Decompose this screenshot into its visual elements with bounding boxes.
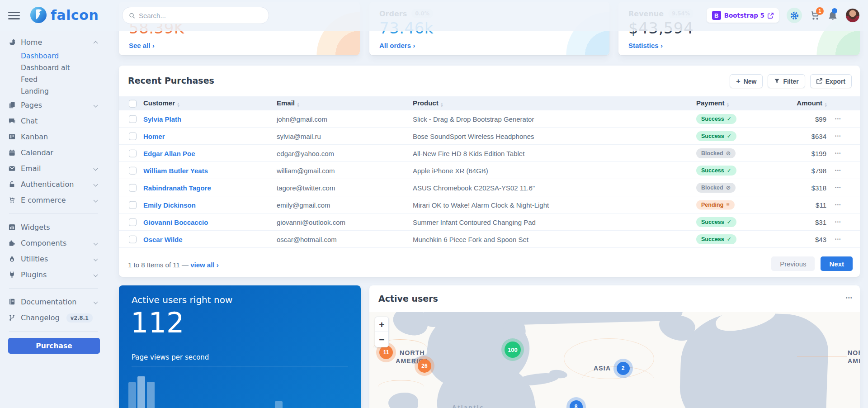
customer-link[interactable]: Emily Dickinson — [143, 201, 196, 209]
table-row: Giovanni Boccaccio giovanni@outlook.com … — [119, 213, 860, 231]
zoom-out-button[interactable]: − — [375, 332, 388, 347]
row-actions-menu[interactable]: ••• — [835, 220, 841, 224]
row-checkbox[interactable] — [129, 133, 137, 140]
zoom-in-button[interactable]: + — [375, 317, 388, 332]
column-header-amount[interactable]: Amount▴▾ — [797, 99, 826, 108]
sort-icon[interactable]: ▴▾ — [441, 102, 443, 108]
notifications-bell-icon[interactable] — [828, 10, 838, 20]
sidebar-item-calendar[interactable]: Calendar — [8, 145, 99, 161]
row-actions-menu[interactable]: ••• — [835, 151, 841, 156]
view-all-link[interactable]: view all › — [190, 261, 219, 269]
map-ocean-shape — [388, 393, 418, 408]
row-checkbox[interactable] — [129, 150, 137, 157]
card-menu-dots[interactable]: ••• — [846, 295, 853, 300]
map-marker[interactable]: 100 — [505, 342, 521, 358]
row-checkbox[interactable] — [129, 236, 137, 243]
sidebar-item-utilities[interactable]: Utilities — [8, 251, 99, 267]
sidebar-item-landing[interactable]: Landing — [8, 85, 99, 97]
email-cell: sylvia@mail.ru — [277, 132, 321, 140]
previous-button[interactable]: Previous — [771, 256, 815, 271]
search-icon — [129, 12, 135, 19]
all-orders-link[interactable]: All orders › — [379, 42, 415, 49]
customer-link[interactable]: Rabindranath Tagore — [143, 184, 211, 191]
filter-button[interactable]: Filter — [768, 74, 805, 88]
sidebar-toggle-icon[interactable] — [8, 12, 20, 19]
sidebar-item-ecommerce[interactable]: E commerce — [8, 192, 99, 208]
pageview-bar — [128, 382, 136, 408]
row-checkbox[interactable] — [129, 218, 137, 226]
new-button[interactable]: + New — [730, 74, 763, 88]
sidebar-item-documentation[interactable]: Documentation — [8, 294, 99, 310]
sidebar-item-widgets[interactable]: Widgets — [8, 219, 99, 235]
status-icon: ✓ — [727, 218, 731, 225]
map-marker[interactable]: 11 — [379, 346, 393, 359]
chevron-down-icon — [94, 300, 98, 304]
sort-icon[interactable]: ▴▾ — [727, 102, 729, 108]
sidebar-item-label: Pages — [21, 101, 89, 109]
column-header-payment[interactable]: Payment▴▾ — [696, 99, 729, 108]
version-badge: v2.8.1 — [66, 313, 93, 323]
sidebar-item-changelog[interactable]: Changelog v2.8.1 — [8, 310, 99, 326]
sidebar-item-plugins[interactable]: Plugins — [8, 267, 99, 283]
sidebar-item-kanban[interactable]: Kanban — [8, 129, 99, 145]
map-marker[interactable]: 8 — [570, 400, 583, 408]
customer-link[interactable]: Edgar Allan Poe — [143, 149, 195, 157]
row-actions-menu[interactable]: ••• — [835, 117, 841, 121]
sort-icon[interactable]: ▴▾ — [177, 102, 179, 108]
sort-icon[interactable]: ▴▾ — [825, 102, 826, 108]
sidebar-item-dashboard-alt[interactable]: Dashboard alt — [8, 62, 99, 74]
sidebar-item-dashboard[interactable]: Dashboard — [8, 50, 99, 62]
amount-cell: $99 — [815, 115, 826, 123]
product-cell: Slick - Drag & Drop Bootstrap Generator — [413, 115, 534, 123]
customer-link[interactable]: William Butler Yeats — [143, 166, 208, 174]
map-ocean-shape — [391, 312, 430, 338]
search-input[interactable] — [139, 12, 262, 19]
pageview-bar — [147, 382, 155, 408]
sidebar-item-pages[interactable]: Pages — [8, 97, 99, 113]
sidebar-item-feed[interactable]: Feed — [8, 74, 99, 85]
sort-icon[interactable]: ▴▾ — [297, 102, 299, 108]
sidebar-item-authentication[interactable]: Authentication — [8, 176, 99, 192]
map-zoom-control: + − — [375, 317, 389, 347]
select-all-checkbox[interactable] — [129, 100, 137, 108]
customer-link[interactable]: Giovanni Boccaccio — [143, 218, 208, 226]
next-button[interactable]: Next — [821, 256, 853, 271]
sidebar-item-components[interactable]: Components — [8, 235, 99, 251]
customer-link[interactable]: Homer — [143, 132, 165, 140]
row-checkbox[interactable] — [129, 184, 137, 192]
chart-pie-icon — [8, 39, 16, 46]
row-checkbox[interactable] — [129, 167, 137, 175]
sidebar-item-home[interactable]: Home — [8, 34, 99, 50]
bootstrap5-badge[interactable]: B Bootstrap 5 — [707, 8, 779, 23]
purchase-button[interactable]: Purchase — [8, 338, 100, 354]
statistics-link[interactable]: Statistics › — [628, 42, 663, 49]
settings-gear-icon[interactable] — [787, 8, 802, 23]
email-cell: giovanni@outlook.com — [277, 218, 345, 226]
map-marker[interactable]: 26 — [418, 359, 431, 373]
column-header-customer[interactable]: Customer▴▾ — [143, 99, 179, 108]
row-actions-menu[interactable]: ••• — [835, 203, 841, 207]
cart-icon[interactable]: 1 — [810, 10, 820, 21]
row-actions-menu[interactable]: ••• — [835, 237, 841, 242]
row-checkbox[interactable] — [129, 115, 137, 123]
sidebar-item-email[interactable]: Email — [8, 161, 99, 176]
search-box[interactable] — [122, 7, 269, 24]
row-checkbox[interactable] — [129, 201, 137, 209]
customer-link[interactable]: Sylvia Plath — [143, 115, 181, 123]
map-marker[interactable]: 2 — [617, 362, 630, 375]
chevron-down-icon — [94, 103, 98, 108]
column-header-product[interactable]: Product▴▾ — [413, 99, 443, 108]
export-button[interactable]: Export — [810, 74, 852, 88]
see-all-link[interactable]: See all › — [129, 42, 155, 49]
code-branch-icon — [8, 314, 16, 321]
falcon-logo[interactable]: falcon — [30, 6, 99, 24]
user-avatar[interactable] — [845, 8, 860, 23]
column-header-email[interactable]: Email▴▾ — [277, 99, 299, 108]
world-map[interactable]: + − 112610028NORTHAMERICAASIANORTHAMERIC… — [369, 312, 860, 408]
row-actions-menu[interactable]: ••• — [835, 168, 841, 173]
product-cell: Summer Infant Contoured Changing Pad — [413, 218, 536, 226]
customer-link[interactable]: Oscar Wilde — [143, 235, 183, 243]
sidebar-item-chat[interactable]: Chat — [8, 113, 99, 129]
row-actions-menu[interactable]: ••• — [835, 185, 841, 190]
row-actions-menu[interactable]: ••• — [835, 134, 841, 138]
